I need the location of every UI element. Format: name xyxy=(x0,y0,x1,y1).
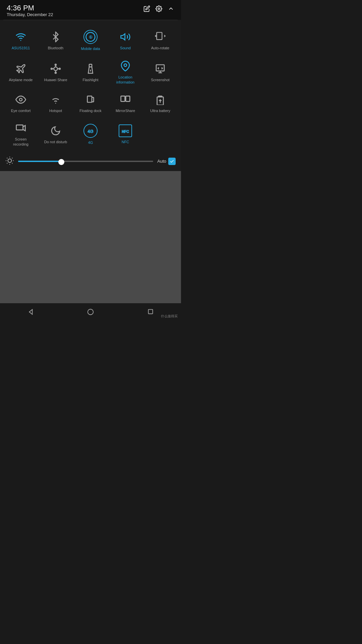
tile-screenshot[interactable]: Screenshot xyxy=(143,55,178,89)
eye-comfort-icon xyxy=(14,93,27,106)
svg-rect-19 xyxy=(87,96,92,102)
hotspot-icon xyxy=(49,93,62,106)
tile-ultra-battery[interactable]: Ultra battery xyxy=(143,89,178,117)
svg-point-6 xyxy=(54,67,58,70)
edit-icon[interactable] xyxy=(143,5,150,12)
svg-marker-4 xyxy=(121,34,125,40)
svg-rect-21 xyxy=(126,96,130,101)
brightness-auto-label: Auto xyxy=(157,159,166,164)
status-date: Thursday, December 22 xyxy=(7,12,53,17)
tile-airplane[interactable]: Airplane mode xyxy=(3,55,38,89)
recents-button[interactable] xyxy=(147,308,155,317)
dnd-icon xyxy=(49,124,62,137)
svg-point-0 xyxy=(158,8,160,10)
svg-rect-14 xyxy=(156,65,164,71)
4g-icon: 4G xyxy=(83,124,98,138)
tile-dnd-label: Do not disturb xyxy=(44,140,67,144)
location-icon xyxy=(119,60,132,72)
svg-point-13 xyxy=(124,64,127,67)
svg-point-1 xyxy=(20,40,21,41)
svg-point-40 xyxy=(88,309,94,315)
svg-rect-11 xyxy=(89,64,92,67)
airplane-icon xyxy=(14,62,27,75)
back-button[interactable] xyxy=(26,308,34,317)
floating-dock-icon xyxy=(84,93,97,106)
svg-marker-39 xyxy=(29,310,32,315)
tile-sound-label: Sound xyxy=(120,46,131,50)
brightness-fill xyxy=(18,161,61,162)
svg-rect-20 xyxy=(121,96,125,101)
svg-point-16 xyxy=(19,98,22,101)
status-icons xyxy=(143,4,174,12)
ultra-battery-icon xyxy=(154,93,167,106)
tile-eye-comfort-label: Eye comfort xyxy=(11,108,31,113)
svg-point-18 xyxy=(55,103,56,104)
recents-icon xyxy=(147,308,155,316)
brightness-slider[interactable] xyxy=(18,161,153,162)
settings-icon[interactable] xyxy=(156,5,162,12)
watermark: 什么值得买 xyxy=(161,314,178,319)
background-area xyxy=(0,171,181,322)
nfc-icon: NFC xyxy=(119,124,132,137)
tile-hotspot-label: Hotspot xyxy=(49,108,62,113)
tile-screenshot-label: Screenshot xyxy=(151,77,170,82)
svg-line-37 xyxy=(7,163,8,164)
tile-mirrorshare[interactable]: MirrorShare xyxy=(108,89,143,117)
tile-4g-label: 4G xyxy=(88,140,93,145)
tile-airplane-label: Airplane mode xyxy=(9,77,33,82)
tile-ultra-battery-label: Ultra battery xyxy=(150,108,170,113)
tile-bluetooth[interactable]: Bluetooth xyxy=(38,25,73,55)
screen-recording-icon xyxy=(14,122,27,135)
svg-text:①: ① xyxy=(89,35,93,40)
svg-point-30 xyxy=(8,159,12,163)
svg-rect-26 xyxy=(16,125,23,130)
tile-flashlight-label: Flashlight xyxy=(82,77,98,82)
tile-huawei-share[interactable]: Huawei Share xyxy=(38,55,73,89)
svg-rect-5 xyxy=(157,33,162,40)
wifi-icon xyxy=(14,31,27,43)
brightness-thumb xyxy=(58,159,64,165)
home-icon xyxy=(87,308,94,316)
svg-line-38 xyxy=(12,158,13,159)
flashlight-icon xyxy=(84,62,97,75)
tile-floating-dock[interactable]: Floating dock xyxy=(73,89,108,117)
brightness-icon xyxy=(5,156,14,166)
tile-screen-recording[interactable]: Screenrecording xyxy=(3,117,38,151)
tile-auto-rotate-label: Auto-rotate xyxy=(151,46,169,50)
tile-mobile-data-label: Mobile data xyxy=(81,46,100,51)
screenshot-icon xyxy=(154,62,167,75)
tile-flashlight[interactable]: Flashlight xyxy=(73,55,108,89)
tile-sound[interactable]: Sound xyxy=(108,25,143,55)
tile-wifi-label: ASUS1911 xyxy=(12,46,30,50)
tile-hotspot[interactable]: Hotspot xyxy=(38,89,73,117)
auto-checkbox[interactable] xyxy=(168,158,176,165)
tile-4g[interactable]: 4G 4G xyxy=(73,117,108,151)
tile-mobile-data[interactable]: ① Mobile data xyxy=(73,25,108,55)
sound-icon xyxy=(119,31,132,43)
tile-location[interactable]: Locationinformation xyxy=(108,55,143,89)
tile-dnd[interactable]: Do not disturb xyxy=(38,117,73,151)
tile-eye-comfort[interactable]: Eye comfort xyxy=(3,89,38,117)
tile-mirrorshare-label: MirrorShare xyxy=(116,108,135,113)
svg-line-33 xyxy=(7,158,8,159)
tile-wifi[interactable]: ASUS1911 xyxy=(3,25,38,55)
brightness-row: Auto xyxy=(0,152,181,171)
tile-floating-dock-label: Floating dock xyxy=(79,108,101,113)
tile-nfc-label: NFC xyxy=(122,140,129,144)
tile-auto-rotate[interactable]: Auto-rotate xyxy=(143,25,178,55)
mirrorshare-icon xyxy=(119,93,132,106)
tile-location-label: Locationinformation xyxy=(116,75,134,85)
status-bar: 4:36 PM Thursday, December 22 xyxy=(0,0,181,20)
tile-nfc[interactable]: NFC NFC xyxy=(108,117,143,151)
brightness-auto[interactable]: Auto xyxy=(157,158,176,165)
status-time-block: 4:36 PM Thursday, December 22 xyxy=(7,4,53,17)
home-button[interactable] xyxy=(87,308,94,317)
svg-line-34 xyxy=(12,163,13,164)
tile-bluetooth-label: Bluetooth xyxy=(48,46,63,50)
svg-text:4G: 4G xyxy=(87,128,93,133)
quick-panel: ASUS1911 Bluetooth ① Mobile data xyxy=(0,20,181,171)
collapse-icon[interactable] xyxy=(168,5,174,12)
tile-huawei-share-label: Huawei Share xyxy=(44,77,67,82)
auto-rotate-icon xyxy=(154,31,167,43)
status-time: 4:36 PM xyxy=(7,4,53,12)
